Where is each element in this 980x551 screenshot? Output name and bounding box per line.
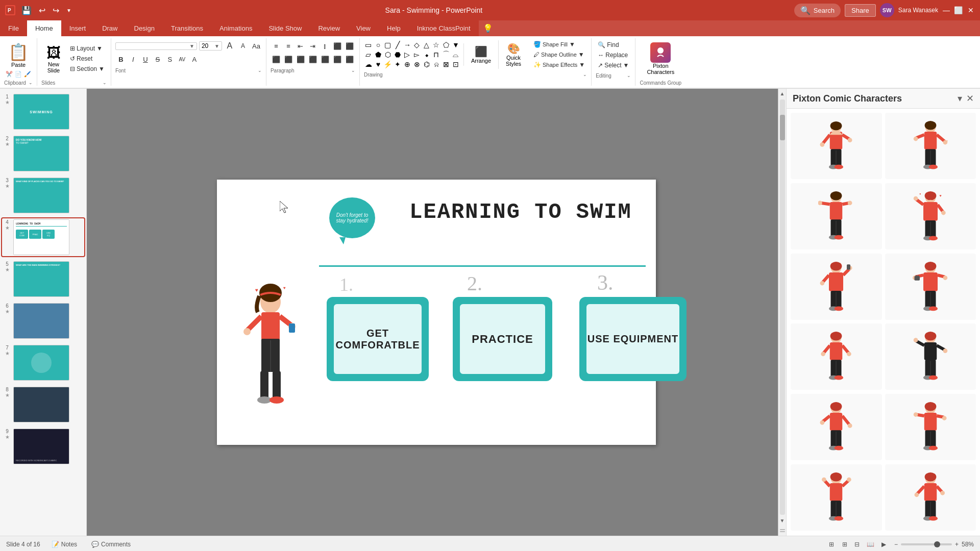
slides-expand[interactable]: ⌄ <box>103 80 107 85</box>
shape-18[interactable]: ⌬ <box>422 60 431 69</box>
slide-canvas[interactable]: Don't forget to stay hydrated! <box>217 180 656 445</box>
tab-file[interactable]: File <box>0 20 27 36</box>
shape-19[interactable]: ⍾ <box>432 60 441 69</box>
pixton-char-4[interactable]: ♥ ♥ <box>885 183 976 249</box>
shape-16[interactable]: ⊕ <box>403 60 412 69</box>
format-painter-icon[interactable]: 🖌️ <box>24 71 31 78</box>
slide-thumb-3[interactable]: 3 ★ WHAT KIND OF PLACES CAN YOU GO TO SW… <box>2 177 84 214</box>
minimize-btn[interactable]: — <box>942 6 950 14</box>
change-case-btn[interactable]: Aa <box>251 40 262 52</box>
pixton-char-7[interactable] <box>791 323 882 390</box>
pixton-char-2[interactable] <box>885 113 976 179</box>
tab-design[interactable]: Design <box>126 20 163 36</box>
shape-5[interactable]: ⬣ <box>393 50 402 59</box>
shape-triangle[interactable]: △ <box>422 40 431 49</box>
reset-button[interactable]: ↺ Reset <box>68 54 107 63</box>
pixton-char-8[interactable] <box>885 323 976 390</box>
tab-insert[interactable]: Insert <box>61 20 94 36</box>
tab-help[interactable]: Help <box>379 20 409 36</box>
cut-icon[interactable]: ✂️ <box>6 71 13 78</box>
shape-arrow[interactable]: → <box>403 40 412 49</box>
shape-7[interactable]: ▻ <box>412 50 422 59</box>
zoom-minus-btn[interactable]: − <box>894 541 898 548</box>
quick-styles-button[interactable]: 🎨 Quick Styles <box>502 40 525 69</box>
font-name-selector[interactable]: ▼ <box>115 42 197 50</box>
copy-icon[interactable]: 📄 <box>15 71 22 78</box>
pixton-char-5[interactable] <box>791 254 882 320</box>
tab-slideshow[interactable]: Slide Show <box>260 20 310 36</box>
shape-outline-button[interactable]: 🖊 Shape Outline ▼ <box>531 50 587 59</box>
shape-13[interactable]: ♥ <box>374 60 383 69</box>
char-spacing-btn[interactable]: AV <box>177 54 188 65</box>
drawing-expand[interactable]: ⌄ <box>583 72 587 77</box>
bold-btn[interactable]: B <box>115 54 127 65</box>
new-slide-button[interactable]: 🖼 New Slide <box>41 42 66 76</box>
pixton-char-10[interactable] <box>885 394 976 460</box>
shape-star[interactable]: ☆ <box>432 40 441 49</box>
shape-9[interactable]: ⊓ <box>432 50 441 59</box>
slide-thumb-5[interactable]: 5 ★ WHAT ARE THE MAIN SWIMMING STROKES? <box>2 260 84 298</box>
tab-view[interactable]: View <box>348 20 379 36</box>
shape-rect[interactable]: ▭ <box>364 40 373 49</box>
fit-slide-icon[interactable]: ⊞ <box>829 541 834 548</box>
shape-8[interactable]: ⬥ <box>422 50 431 59</box>
tab-draw[interactable]: Draw <box>94 20 126 36</box>
pixton-char-11[interactable] <box>791 464 882 531</box>
shape-15[interactable]: ✦ <box>393 60 402 69</box>
slide-thumb-2[interactable]: 2 ★ DO YOU KNOW HOW TO SWIM? <box>2 135 84 172</box>
justify-btn[interactable]: ⬛ <box>307 54 318 65</box>
lightbulb-icon[interactable]: 💡 <box>483 23 493 33</box>
zoom-slider[interactable] <box>901 543 952 545</box>
shape-12[interactable]: ☁ <box>364 60 373 69</box>
pixton-char-1[interactable] <box>791 113 882 179</box>
pixton-char-12[interactable] <box>885 464 976 531</box>
strikethrough-btn[interactable]: S <box>152 54 163 65</box>
paragraph-expand[interactable]: ⌄ <box>351 68 355 73</box>
shape-fill-button[interactable]: 🪣 Shape Fill ▼ <box>531 40 587 49</box>
columns-btn[interactable]: ⫿ <box>320 40 331 52</box>
shape-20[interactable]: ⊠ <box>442 60 451 69</box>
pixton-char-6[interactable] <box>885 254 976 320</box>
convert-btn[interactable]: ⬛ <box>344 40 355 52</box>
italic-btn[interactable]: I <box>128 54 139 65</box>
share-button[interactable]: Share <box>845 4 876 17</box>
decrease-indent-btn[interactable]: ⇤ <box>295 40 306 52</box>
shape-21[interactable]: ⊡ <box>451 60 460 69</box>
layout-button[interactable]: ⊞ Layout ▼ <box>68 44 107 53</box>
font-color-btn[interactable]: A <box>189 54 200 65</box>
align-right-btn[interactable]: ⬛ <box>295 54 306 65</box>
normal-view-btn[interactable]: ⊞ <box>840 540 849 549</box>
maximize-btn[interactable]: ⬜ <box>954 6 963 14</box>
search-bar[interactable]: 🔍 Search <box>794 4 841 17</box>
scroll-up-btn[interactable]: ▲ <box>778 89 786 98</box>
tab-home[interactable]: Home <box>27 20 61 36</box>
slide-thumb-1[interactable]: 1 ★ SWIMMING <box>2 93 84 131</box>
scroll-down-btn[interactable]: ▼ <box>778 516 786 525</box>
pixton-close-icon[interactable]: ✕ <box>966 93 974 104</box>
shape-line[interactable]: ╱ <box>393 40 402 49</box>
pixton-char-3[interactable] <box>791 183 882 249</box>
user-avatar[interactable]: SW <box>880 3 894 17</box>
save-btn[interactable]: 💾 <box>19 5 34 16</box>
tab-transitions[interactable]: Transitions <box>163 20 211 36</box>
slide-thumb-4[interactable]: 4 ★ LEARNING TO SWIM GETCOM PRAC USEEQ <box>2 218 84 256</box>
shape-17[interactable]: ⊗ <box>412 60 422 69</box>
slide-canvas-area[interactable]: ▲ ▼ Don't forget to stay hydrated! <box>87 89 786 536</box>
pixton-menu-icon[interactable]: ▾ <box>958 93 962 104</box>
shape-more[interactable]: ▼ <box>451 40 460 49</box>
replace-button[interactable]: ↔ Replace <box>596 51 631 60</box>
slide-thumb-7[interactable]: 7 ★ <box>2 344 84 382</box>
customize-btn[interactable]: ▼ <box>64 7 74 14</box>
shape-4[interactable]: ⬡ <box>383 50 393 59</box>
shape-6[interactable]: ▷ <box>403 50 412 59</box>
align-center-btn[interactable]: ⬛ <box>283 54 294 65</box>
text-direction-btn[interactable]: ⬛ <box>332 54 343 65</box>
vertical-scrollbar[interactable]: ▲ ▼ <box>778 89 786 536</box>
tab-animations[interactable]: Animations <box>211 20 260 36</box>
notes-button[interactable]: 📝 Notes <box>48 540 80 549</box>
reading-view-btn[interactable]: 📖 <box>865 540 876 549</box>
tab-inknoe[interactable]: Inknoe ClassPoint <box>409 20 479 36</box>
zoom-plus-btn[interactable]: + <box>955 541 959 548</box>
close-btn[interactable]: ✕ <box>967 6 975 14</box>
align-text-btn[interactable]: ⬛ <box>344 54 355 65</box>
